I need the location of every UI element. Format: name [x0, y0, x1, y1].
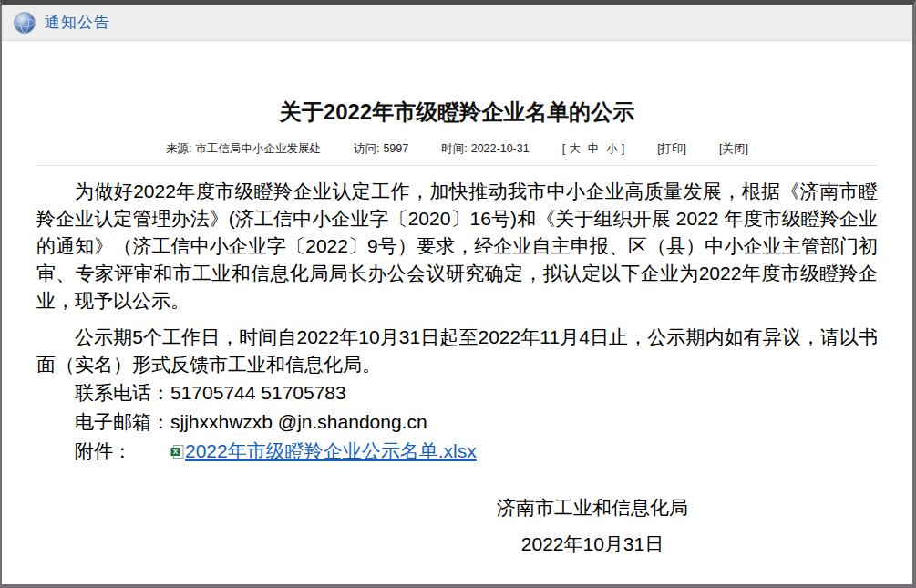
meta-time: 时间:2022-10-31 [441, 141, 529, 157]
signature-date: 2022年10月31日 [401, 531, 784, 558]
attachment-label: 附件： [75, 440, 132, 461]
meta-visits: 访问:5997 [354, 141, 408, 157]
meta-visits-value: 5997 [383, 142, 408, 155]
signature-org: 济南市工业和信息化局 [401, 494, 784, 521]
globe-icon [13, 11, 36, 35]
contact-email-value: sjjhxxhwzxb @jn.shandong.cn [170, 411, 427, 432]
font-size-bracket-close: ] [622, 142, 624, 155]
print-button[interactable]: [打印] [657, 141, 686, 157]
article-title: 关于2022年市级瞪羚企业名单的公示 [36, 98, 878, 127]
contact-phone-line: 联系电话：51705744 51705783 [36, 378, 878, 407]
meta-time-value: 2022-10-31 [471, 142, 530, 155]
article-meta-row: 来源:市工信局中小企业发展处 访问:5997 时间:2022-10-31 [大中… [36, 141, 878, 157]
section-header-bar: 通知公告 [2, 5, 912, 41]
signature-block: 济南市工业和信息化局 2022年10月31日 [401, 494, 784, 558]
meta-source: 来源:市工信局中小企业发展处 [166, 141, 321, 157]
paragraph-1: 为做好2022年度市级瞪羚企业认定工作，加快推动我市中小企业高质量发展，根据《济… [36, 178, 878, 315]
contact-phone-label: 联系电话： [75, 382, 170, 403]
excel-file-icon: X [132, 438, 184, 467]
meta-visits-label: 访问: [354, 142, 379, 155]
font-size-small-button[interactable]: 小 [606, 142, 618, 155]
page-title: 通知公告 [45, 12, 110, 33]
svg-text:X: X [173, 448, 179, 456]
paragraph-2: 公示期5个工作日，时间自2022年10月31日起至2022年11月4日止，公示期… [36, 324, 878, 378]
notice-page: 通知公告 关于2022年市级瞪羚企业名单的公示 来源:市工信局中小企业发展处 访… [0, 0, 916, 588]
attachment-link[interactable]: 2022年市级瞪羚企业公示名单.xlsx [185, 440, 477, 461]
attachment-line: 附件：X2022年市级瞪羚企业公示名单.xlsx [36, 437, 878, 467]
contact-phone-value: 51705744 51705783 [170, 382, 346, 403]
contact-email-line: 电子邮箱：sjjhxxhwzxb @jn.shandong.cn [36, 407, 878, 437]
meta-time-label: 时间: [441, 142, 467, 155]
contact-email-label: 电子邮箱： [75, 411, 170, 432]
article-body: 为做好2022年度市级瞪羚企业认定工作，加快推动我市中小企业高质量发展，根据《济… [36, 178, 878, 467]
meta-source-label: 来源: [166, 142, 191, 155]
close-button[interactable]: [关闭] [719, 141, 748, 157]
font-size-control: [大中小] [562, 141, 624, 157]
font-size-large-button[interactable]: 大 [569, 142, 581, 155]
font-size-bracket-open: [ [562, 142, 565, 155]
article-container: 关于2022年市级瞪羚企业名单的公示 来源:市工信局中小企业发展处 访问:599… [2, 98, 912, 558]
meta-divider [36, 165, 878, 166]
meta-source-value: 市工信局中小企业发展处 [195, 142, 321, 155]
font-size-medium-button[interactable]: 中 [588, 142, 600, 155]
